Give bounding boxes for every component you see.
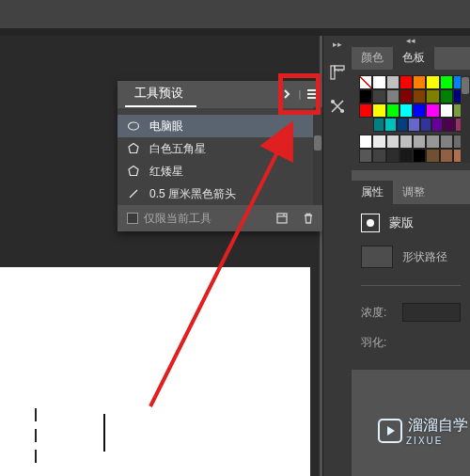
svg-marker-5 xyxy=(129,167,138,176)
collapse-icon[interactable] xyxy=(279,87,294,102)
shape-thumb xyxy=(361,246,393,268)
flyout-menu-icon[interactable] xyxy=(306,87,321,102)
swatch[interactable] xyxy=(386,135,400,149)
swatch[interactable] xyxy=(413,89,426,103)
swatches-panel xyxy=(352,70,470,170)
list-item[interactable] xyxy=(118,107,322,115)
swatch[interactable] xyxy=(440,149,453,163)
swatch[interactable] xyxy=(372,135,385,149)
list-item[interactable]: 0.5 厘米黑色箭头 xyxy=(118,182,322,205)
list-item[interactable]: 红矮星 xyxy=(118,160,322,182)
swatch[interactable] xyxy=(359,89,372,103)
ruler-icon[interactable] xyxy=(327,62,348,83)
watermark-text: 溜溜自学 xyxy=(408,416,468,436)
swatch[interactable] xyxy=(443,118,454,132)
watermark: 溜溜自学 ZIXUE xyxy=(378,416,468,446)
swatch[interactable] xyxy=(426,75,439,89)
scrollbar-thumb[interactable] xyxy=(462,77,469,94)
trash-icon[interactable] xyxy=(302,212,315,225)
new-preset-icon[interactable] xyxy=(275,212,289,225)
swatch[interactable] xyxy=(400,149,413,163)
swatch[interactable] xyxy=(400,75,413,89)
svg-rect-7 xyxy=(277,214,287,223)
swatch[interactable] xyxy=(400,135,413,149)
swatch[interactable] xyxy=(440,89,453,103)
swatch[interactable] xyxy=(359,103,372,118)
list-item[interactable]: 白色五角星 xyxy=(118,137,322,160)
swatch[interactable] xyxy=(359,75,372,89)
separator-icon: | xyxy=(298,87,302,102)
density-row: 浓度: xyxy=(361,303,461,322)
svg-point-10 xyxy=(332,101,335,103)
shape-path-label: 形状路径 xyxy=(402,249,447,265)
swatch[interactable] xyxy=(359,135,372,149)
properties-tabs: 属性 调整 xyxy=(352,182,470,204)
separator xyxy=(361,285,461,286)
tools-cross-icon[interactable] xyxy=(327,96,348,117)
swatch[interactable] xyxy=(397,118,408,132)
swatch[interactable] xyxy=(408,118,419,132)
swatch[interactable] xyxy=(359,149,372,163)
play-icon xyxy=(378,419,402,443)
density-input[interactable] xyxy=(402,303,461,322)
swatch[interactable] xyxy=(426,135,439,149)
swatch[interactable] xyxy=(386,75,400,89)
svg-rect-1 xyxy=(307,93,319,95)
mask-icon xyxy=(361,214,380,232)
shape-path-row[interactable]: 形状路径 xyxy=(361,246,461,268)
swatch[interactable] xyxy=(386,149,400,163)
svg-line-6 xyxy=(130,190,137,198)
swatch[interactable] xyxy=(413,149,426,163)
properties-panel: 属性 调整 蒙版 形状路径 浓度: 羽化: xyxy=(352,182,470,370)
properties-body: 蒙版 形状路径 浓度: 羽化: xyxy=(352,204,470,370)
tab-swatches[interactable]: 色板 xyxy=(393,46,434,70)
swatch[interactable] xyxy=(413,103,426,118)
swatch[interactable] xyxy=(372,75,385,89)
restrict-current-tool[interactable]: 仅限当前工具 xyxy=(125,211,212,227)
swatch[interactable] xyxy=(413,135,426,149)
scrollbar-thumb[interactable] xyxy=(314,135,321,151)
swatch[interactable] xyxy=(413,75,426,89)
collapse-icon[interactable]: ▸▸ xyxy=(324,40,351,49)
swatch[interactable] xyxy=(431,118,443,132)
swatch[interactable] xyxy=(384,118,396,132)
swatch[interactable] xyxy=(420,118,431,132)
restrict-label: 仅限当前工具 xyxy=(144,211,212,227)
svg-point-11 xyxy=(341,110,344,113)
list-item-label: 电脑眼 xyxy=(149,119,183,135)
svg-point-3 xyxy=(129,122,139,130)
swatch[interactable] xyxy=(426,149,439,163)
list-item-label: 红矮星 xyxy=(149,164,183,180)
feather-label: 羽化: xyxy=(361,335,395,351)
canvas-mark xyxy=(35,408,37,421)
swatch[interactable] xyxy=(400,89,413,103)
list-item[interactable]: 电脑眼 xyxy=(118,115,322,137)
swatch[interactable] xyxy=(386,103,400,118)
canvas[interactable] xyxy=(0,267,310,476)
canvas-mark xyxy=(35,450,37,463)
swatch[interactable] xyxy=(440,135,453,149)
divider xyxy=(0,28,470,36)
svg-rect-0 xyxy=(307,89,319,91)
scrollbar[interactable] xyxy=(461,75,470,163)
scrollbar[interactable] xyxy=(313,107,322,205)
swatch[interactable] xyxy=(400,103,413,118)
swatch[interactable] xyxy=(373,118,384,132)
tab-color[interactable]: 颜色 xyxy=(352,46,393,70)
swatch[interactable] xyxy=(372,149,385,163)
swatch[interactable] xyxy=(386,89,400,103)
panel-title: 工具预设 xyxy=(125,81,196,107)
swatch[interactable] xyxy=(426,103,439,118)
gray-swatch-grid xyxy=(359,135,466,163)
swatch[interactable] xyxy=(426,89,439,103)
tab-adjust[interactable]: 调整 xyxy=(393,181,434,204)
swatch[interactable] xyxy=(372,103,385,118)
swatch[interactable] xyxy=(372,89,385,103)
swatch-grid xyxy=(359,75,466,132)
swatch[interactable] xyxy=(440,75,453,89)
polygon-icon xyxy=(127,142,140,155)
tab-properties[interactable]: 属性 xyxy=(352,181,393,204)
swatch[interactable] xyxy=(440,103,453,118)
svg-marker-4 xyxy=(129,144,138,153)
checkbox[interactable] xyxy=(127,213,138,224)
